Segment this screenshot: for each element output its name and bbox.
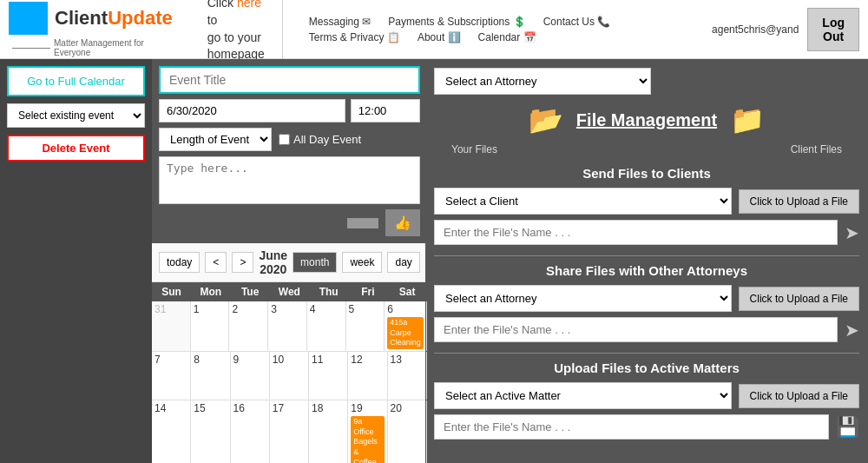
share-attorney-select[interactable]: Select an Attorney bbox=[434, 285, 732, 312]
thumbs-button[interactable]: 👍 bbox=[385, 209, 420, 236]
nav-contact[interactable]: Contact Us 📞 bbox=[543, 16, 611, 28]
table-row[interactable]: 13 bbox=[388, 352, 427, 400]
textarea-row bbox=[159, 156, 420, 204]
month-view-button[interactable]: month bbox=[293, 252, 337, 273]
homepage-link-anchor[interactable]: here bbox=[237, 0, 261, 10]
logout-button[interactable]: Log Out bbox=[807, 8, 859, 51]
matter-select[interactable]: Select an Active Matter bbox=[434, 382, 732, 409]
calendar-week-3: 14 15 16 17 18 199a Office Bagels & Coff… bbox=[152, 400, 427, 463]
dow-mon: Mon bbox=[191, 282, 230, 301]
upload-section-title: Upload Files to Active Matters bbox=[434, 360, 859, 375]
share-filename-row: ➤ bbox=[434, 317, 859, 342]
share-file-name-input[interactable] bbox=[434, 317, 838, 342]
table-row[interactable]: 5 bbox=[346, 301, 385, 351]
event-form: Length of Event All Day Event 👍 bbox=[152, 59, 427, 243]
table-row[interactable]: 199a Office Bagels & Coffee bbox=[348, 400, 387, 463]
client-files-label: Client Files bbox=[791, 143, 842, 155]
save-icon[interactable]: 💾 bbox=[836, 416, 859, 439]
table-row[interactable]: 12 bbox=[348, 352, 387, 400]
divider-1 bbox=[434, 255, 859, 256]
table-row[interactable]: 14 bbox=[152, 400, 191, 463]
send-icon-1[interactable]: ➤ bbox=[845, 222, 859, 243]
nav-calendar[interactable]: Calendar 📅 bbox=[478, 31, 536, 43]
allday-label: All Day Event bbox=[279, 133, 361, 146]
send-icon-2[interactable]: ➤ bbox=[845, 320, 859, 341]
upload-matter-button[interactable]: Click to Upload a File bbox=[739, 384, 859, 408]
send-files-section: Send Files to Clients Select a Client Cl… bbox=[434, 166, 859, 245]
sidebar-column: Go to Full Calendar Select existing even… bbox=[0, 59, 152, 463]
nav-payments[interactable]: Payments & Subscriptions 💲 bbox=[388, 16, 525, 28]
table-row[interactable]: 16 bbox=[231, 400, 270, 463]
table-row[interactable]: 17 bbox=[270, 400, 309, 463]
table-row[interactable]: 9 bbox=[231, 352, 270, 400]
upload-file-name-input[interactable] bbox=[434, 414, 829, 440]
table-row[interactable]: 8 bbox=[191, 352, 230, 400]
logo-box: ClientUpdate bbox=[9, 2, 173, 35]
event-textarea[interactable] bbox=[159, 156, 420, 204]
upload-client-button[interactable]: Click to Upload a File bbox=[739, 189, 859, 214]
event-title-row bbox=[159, 66, 420, 94]
dow-thu: Thu bbox=[309, 282, 348, 301]
share-attorney-row: Select an Attorney Click to Upload a Fil… bbox=[434, 285, 859, 312]
table-row[interactable]: 2 bbox=[229, 301, 268, 351]
table-row[interactable]: 18 bbox=[309, 400, 348, 463]
table-row[interactable]: 4 bbox=[307, 301, 346, 351]
attorney-select[interactable]: Select an Attorney bbox=[434, 68, 651, 95]
length-of-event-select[interactable]: Length of Event bbox=[159, 128, 272, 151]
dow-sun: Sun bbox=[152, 282, 191, 301]
submit-button[interactable] bbox=[347, 218, 378, 228]
logo-area: ClientUpdate ———— Matter Management for … bbox=[9, 2, 173, 57]
next-button[interactable]: > bbox=[232, 252, 253, 273]
today-button[interactable]: today bbox=[159, 252, 200, 273]
nav-terms[interactable]: Terms & Privacy 📋 bbox=[309, 31, 400, 43]
allday-checkbox[interactable] bbox=[279, 134, 290, 145]
nav-messaging[interactable]: Messaging ✉ bbox=[309, 16, 371, 28]
time-input[interactable] bbox=[351, 99, 420, 122]
day-view-button[interactable]: day bbox=[387, 252, 419, 273]
calendar-body: 31 1 2 3 4 5 6415a Carpe Cleaning 7 8 9 … bbox=[152, 301, 427, 463]
send-section-title: Send Files to Clients bbox=[434, 166, 859, 181]
main: Go to Full Calendar Select existing even… bbox=[0, 59, 868, 463]
date-input[interactable] bbox=[159, 99, 345, 122]
table-row[interactable]: 10 bbox=[270, 352, 309, 400]
table-row[interactable]: 6415a Carpe Cleaning bbox=[385, 301, 427, 351]
event-title-input[interactable] bbox=[159, 66, 420, 94]
dow-fri: Fri bbox=[348, 282, 387, 301]
your-files-label: Your Files bbox=[451, 143, 497, 155]
table-row[interactable]: 11 bbox=[309, 352, 348, 400]
folder-labels-row: Your Files Client Files bbox=[434, 143, 859, 155]
table-row[interactable]: 20 bbox=[388, 400, 427, 463]
homepage-link: Click here togo to yourhomepage bbox=[207, 0, 283, 63]
nav-about[interactable]: About ℹ️ bbox=[418, 31, 461, 43]
dow-sat: Sat bbox=[388, 282, 427, 301]
table-row[interactable]: 3 bbox=[268, 301, 307, 351]
event-options-row: Length of Event All Day Event bbox=[159, 128, 420, 151]
table-row[interactable]: 7 bbox=[152, 352, 191, 400]
table-row[interactable]: 15 bbox=[191, 400, 230, 463]
client-select[interactable]: Select a Client bbox=[434, 188, 732, 215]
calendar-controls: today < > June 2020 month week day bbox=[152, 243, 427, 282]
logo-text: ClientUpdate bbox=[55, 7, 173, 30]
delete-event-button[interactable]: Delete Event bbox=[7, 135, 145, 162]
calendar-column: Length of Event All Day Event 👍 to bbox=[152, 59, 427, 463]
send-file-name-input[interactable] bbox=[434, 220, 838, 245]
week-view-button[interactable]: week bbox=[342, 252, 382, 273]
your-files-folder-icon: 📂 bbox=[529, 103, 563, 136]
table-row[interactable]: 1 bbox=[191, 301, 230, 351]
table-row[interactable]: 31 bbox=[152, 301, 191, 351]
attorney-bar: Select an Attorney bbox=[434, 68, 859, 95]
prev-button[interactable]: < bbox=[205, 252, 227, 273]
existing-event-select[interactable]: Select existing event bbox=[7, 103, 145, 128]
send-filename-row: ➤ bbox=[434, 220, 859, 245]
full-calendar-button[interactable]: Go to Full Calendar bbox=[7, 66, 145, 96]
divider-2 bbox=[434, 353, 859, 354]
user-email: agent5chris@yand bbox=[712, 23, 799, 36]
upload-attorney-button[interactable]: Click to Upload a File bbox=[739, 287, 859, 311]
upload-filename-row: 💾 bbox=[434, 414, 859, 440]
upload-matters-section: Upload Files to Active Matters Select an… bbox=[434, 360, 859, 440]
dow-wed: Wed bbox=[270, 282, 309, 301]
calendar-grid: Sun Mon Tue Wed Thu Fri Sat 31 1 2 3 4 bbox=[152, 282, 427, 463]
share-files-section: Share Files with Other Attorneys Select … bbox=[434, 263, 859, 342]
logo-blue-block bbox=[9, 2, 48, 35]
logo-subtitle: Matter Management for Everyone bbox=[54, 38, 173, 57]
